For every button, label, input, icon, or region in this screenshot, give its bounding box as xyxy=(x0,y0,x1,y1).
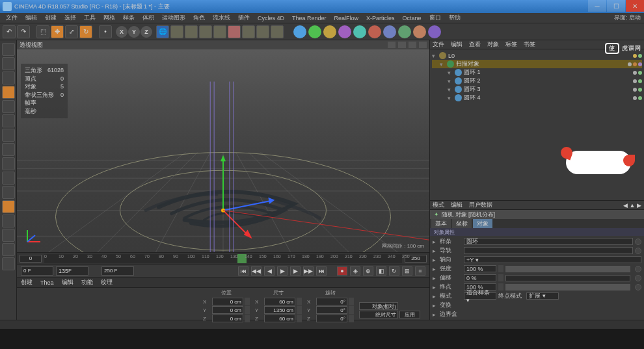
objmgr-menu-文件[interactable]: 文件 xyxy=(433,40,444,49)
attr-nav[interactable]: ◀ ▲ ▶ xyxy=(623,202,641,209)
mat-menu-纹理[interactable]: 纹理 xyxy=(101,278,113,287)
primitive-2[interactable] xyxy=(323,25,336,38)
menu-编辑[interactable]: 编辑 xyxy=(22,14,40,22)
menu-运动图形[interactable]: 运动图形 xyxy=(159,14,189,22)
attr-tab-对象[interactable]: 对象 xyxy=(473,219,492,229)
vp-nav-3[interactable] xyxy=(409,42,416,48)
timeline[interactable]: 0 01020304050607080901001101201301401501… xyxy=(17,252,429,264)
menu-Thea Render[interactable]: Thea Render xyxy=(289,15,330,21)
mode-tool-10[interactable] xyxy=(2,186,15,199)
axis-z[interactable]: Z xyxy=(141,26,152,38)
render-tool-1[interactable] xyxy=(185,25,198,38)
close-button[interactable]: ✕ xyxy=(626,0,644,12)
end-frame-field[interactable]: 250 F xyxy=(101,266,134,276)
coord-system[interactable]: 🌐 xyxy=(156,25,169,38)
rotate-tool[interactable]: ↻ xyxy=(79,25,92,38)
object-row[interactable]: ▾圆环 1 xyxy=(432,68,642,77)
mode-tool-8[interactable] xyxy=(2,157,15,170)
menu-RealFlow[interactable]: RealFlow xyxy=(331,15,362,21)
objmgr-menu-编辑[interactable]: 编辑 xyxy=(451,40,463,49)
render-tool-0[interactable] xyxy=(170,25,183,38)
primitive-7[interactable] xyxy=(398,25,411,38)
mode-tool-1[interactable] xyxy=(2,57,15,70)
mode-tool-2[interactable] xyxy=(2,71,15,84)
objmgr-menu-书签[interactable]: 书签 xyxy=(524,40,535,49)
attr-menu-模式[interactable]: 模式 xyxy=(433,201,444,209)
key-param-button[interactable]: ⊞ xyxy=(402,266,412,276)
mat-menu-Thea[interactable]: Thea xyxy=(40,279,54,286)
object-row[interactable]: ▾圆环 4 xyxy=(432,94,642,102)
attr-tab-坐标[interactable]: 坐标 xyxy=(452,219,472,229)
render-tool-4[interactable] xyxy=(228,25,241,38)
menu-创建[interactable]: 创建 xyxy=(42,14,60,22)
mat-menu-编辑[interactable]: 编辑 xyxy=(62,278,74,287)
menu-帮助[interactable]: 帮助 xyxy=(446,14,464,22)
play-button[interactable]: ▶ xyxy=(277,266,288,276)
timeline-ruler[interactable]: 0102030405060708090100110120130140150160… xyxy=(44,254,402,263)
perspective-viewport[interactable]: 三角形61028顶点0对象5带状三角形0帧率毫秒 网格间距 : 100 cm xyxy=(17,49,429,252)
mode-tool-7[interactable] xyxy=(2,143,15,156)
object-tree[interactable]: ▾L0▾扫描对象▾圆环 1▾圆环 2▾圆环 3▾圆环 4 xyxy=(430,49,644,200)
render-tool-3[interactable] xyxy=(213,25,226,38)
object-row[interactable]: ▾扫描对象 xyxy=(432,60,642,68)
coord-mode-left[interactable]: 对象(相对) xyxy=(359,302,398,310)
select-tool[interactable]: ⬚ xyxy=(36,25,49,38)
vp-nav-4[interactable] xyxy=(419,42,427,48)
mode-tool-15[interactable] xyxy=(2,257,15,270)
mode-tool-3[interactable] xyxy=(2,86,15,99)
prev-key-button[interactable]: ◀◀ xyxy=(251,266,262,276)
primitive-3[interactable] xyxy=(338,25,351,38)
menu-文件[interactable]: 文件 xyxy=(3,14,21,22)
goto-start-button[interactable]: ⏮ xyxy=(238,266,248,276)
menu-角色[interactable]: 角色 xyxy=(190,14,208,22)
primitive-5[interactable] xyxy=(368,25,381,38)
menu-样条[interactable]: 样条 xyxy=(120,14,138,22)
next-frame-button[interactable]: ▶ xyxy=(290,266,301,276)
mode-tool-5[interactable] xyxy=(2,114,15,127)
menu-体积[interactable]: 体积 xyxy=(139,14,157,22)
menu-窗口[interactable]: 窗口 xyxy=(426,14,444,22)
undo-button[interactable]: ↶ xyxy=(3,25,16,38)
mode-tool-13[interactable] xyxy=(2,229,15,242)
last-tool[interactable]: • xyxy=(99,25,112,38)
menu-Cycles 4D[interactable]: Cycles 4D xyxy=(254,15,288,21)
primitive-1[interactable] xyxy=(308,25,321,38)
menu-网格[interactable]: 网格 xyxy=(100,14,118,22)
menu-选择[interactable]: 选择 xyxy=(61,14,79,22)
render-tool-2[interactable] xyxy=(199,25,212,38)
object-row[interactable]: ▾圆环 2 xyxy=(432,77,642,85)
autokey-button[interactable]: ◈ xyxy=(350,266,360,276)
mode-tool-0[interactable] xyxy=(2,43,15,56)
mode-tool-12[interactable] xyxy=(2,214,15,227)
layout-selector[interactable]: 界面: 启动 xyxy=(611,14,644,22)
redo-button[interactable]: ↷ xyxy=(17,25,30,38)
coord-mode-right[interactable]: 绝对尺寸 xyxy=(359,311,398,318)
start-frame-field[interactable]: 0 F xyxy=(21,266,53,276)
current-frame-field[interactable]: 135 F xyxy=(56,266,88,276)
menu-工具[interactable]: 工具 xyxy=(81,14,99,22)
mode-tool-9[interactable] xyxy=(2,172,15,185)
axis-y[interactable]: Y xyxy=(128,26,140,38)
key-scale-button[interactable]: ◧ xyxy=(376,266,386,276)
scale-tool[interactable]: ⤢ xyxy=(65,25,78,38)
primitive-8[interactable] xyxy=(413,25,426,38)
mode-tool-6[interactable] xyxy=(2,129,15,142)
primitive-9[interactable] xyxy=(428,25,441,38)
record-button[interactable]: ● xyxy=(337,266,347,276)
vp-nav-2[interactable] xyxy=(398,42,406,48)
key-pos-button[interactable]: ⊕ xyxy=(363,266,373,276)
prev-frame-button[interactable]: ◀ xyxy=(264,266,275,276)
objmgr-menu-查看[interactable]: 查看 xyxy=(469,40,481,49)
mode-tool-4[interactable] xyxy=(2,100,15,113)
move-tool[interactable]: ✥ xyxy=(51,25,64,38)
menu-插件[interactable]: 插件 xyxy=(235,14,253,22)
minimize-button[interactable]: ─ xyxy=(588,0,606,12)
object-row[interactable]: ▾圆环 3 xyxy=(432,85,642,94)
apply-button[interactable]: 应用 xyxy=(399,311,420,318)
attr-menu-编辑[interactable]: 编辑 xyxy=(451,201,463,209)
menu-X-Particles[interactable]: X-Particles xyxy=(363,15,398,21)
next-key-button[interactable]: ▶▶ xyxy=(303,266,314,276)
mat-menu-创建[interactable]: 创建 xyxy=(21,278,33,287)
mat-menu-功能[interactable]: 功能 xyxy=(81,278,93,287)
render-tool-7[interactable] xyxy=(271,25,284,38)
